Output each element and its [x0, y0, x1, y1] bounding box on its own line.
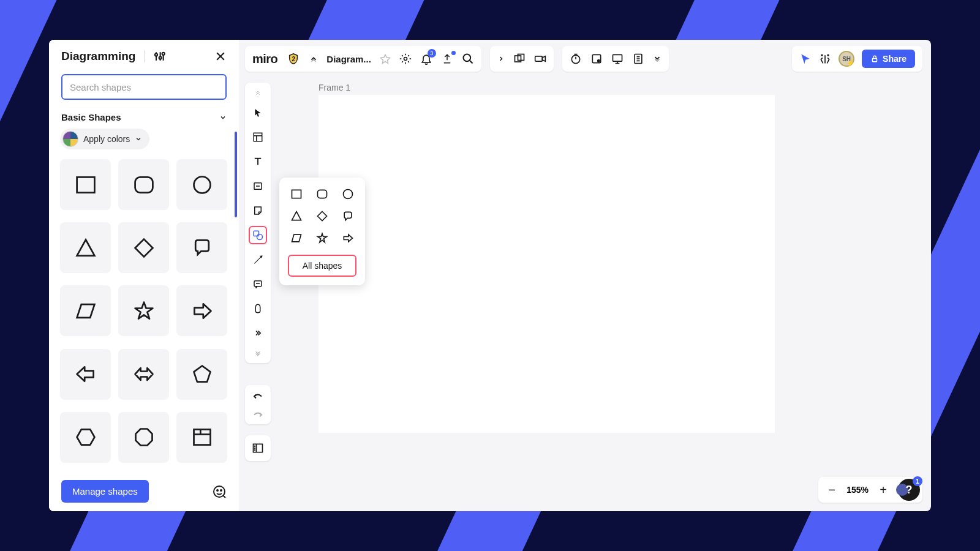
- chevron-down-icon[interactable]: [309, 54, 318, 63]
- svg-line-30: [469, 61, 472, 64]
- pop-shape-circle[interactable]: [341, 187, 355, 201]
- canvas-frame[interactable]: [318, 95, 775, 433]
- svg-point-10: [194, 176, 210, 193]
- top-toolbar: miro 2 Diagram...: [245, 46, 669, 72]
- shape-rounded-rectangle[interactable]: [118, 159, 169, 210]
- shape-pentagon[interactable]: [176, 349, 227, 400]
- search-input[interactable]: [61, 74, 227, 100]
- avatar[interactable]: SH ⚡: [839, 51, 854, 67]
- cursor-pointer-icon[interactable]: [799, 53, 812, 65]
- shape-circle[interactable]: [176, 159, 227, 210]
- svg-point-29: [463, 54, 470, 62]
- shape-arrow-left[interactable]: [60, 349, 111, 400]
- svg-marker-14: [135, 302, 153, 318]
- shape-speech-bubble[interactable]: [176, 222, 227, 273]
- undo-redo-toolbar: [245, 385, 271, 424]
- color-wheel-icon: [62, 131, 78, 147]
- svg-marker-69: [292, 212, 301, 220]
- close-icon[interactable]: [214, 50, 227, 62]
- scrollbar[interactable]: [235, 132, 237, 217]
- apply-colors-chip[interactable]: Apply colors: [60, 129, 149, 149]
- shapes-tool[interactable]: [249, 226, 267, 244]
- search-icon[interactable]: [462, 53, 474, 65]
- svg-marker-72: [318, 234, 327, 242]
- pop-shape-diamond[interactable]: [315, 209, 329, 223]
- svg-marker-70: [318, 212, 327, 221]
- pop-shape-speech-bubble[interactable]: [341, 209, 355, 223]
- frames-icon[interactable]: [513, 53, 526, 65]
- sticky-note-tool[interactable]: [249, 177, 267, 195]
- svg-marker-15: [194, 304, 211, 318]
- shape-parallelogram[interactable]: [60, 285, 111, 336]
- undo-icon[interactable]: [252, 391, 263, 400]
- shape-double-arrow[interactable]: [118, 349, 169, 400]
- shape-rectangle[interactable]: [60, 159, 111, 210]
- board-name[interactable]: Diagram...: [326, 54, 371, 64]
- shield-level-icon[interactable]: 2: [286, 51, 301, 66]
- pop-shape-star[interactable]: [315, 231, 329, 245]
- svg-point-39: [598, 60, 600, 62]
- miro-logo[interactable]: miro: [252, 52, 277, 66]
- shape-diamond[interactable]: [118, 222, 169, 273]
- manage-shapes-button[interactable]: Manage shapes: [61, 480, 149, 503]
- connector-tool[interactable]: [249, 250, 267, 269]
- pen-tool[interactable]: [249, 299, 267, 318]
- pop-shape-rectangle[interactable]: [290, 187, 303, 201]
- comment-tool[interactable]: [249, 275, 267, 293]
- chevron-down-icon: [219, 114, 227, 121]
- pop-shape-triangle[interactable]: [290, 209, 303, 223]
- section-label: Basic Shapes: [61, 112, 121, 122]
- svg-rect-49: [873, 58, 877, 61]
- present-icon[interactable]: [611, 53, 624, 65]
- shape-star[interactable]: [118, 285, 169, 336]
- collapse-icon[interactable]: [249, 88, 267, 97]
- toolbar-tools-group: [562, 46, 669, 72]
- redo-icon[interactable]: [252, 410, 263, 418]
- svg-marker-20: [135, 429, 152, 446]
- star-icon[interactable]: [380, 53, 391, 64]
- minimap-button[interactable]: [245, 435, 271, 461]
- voting-icon[interactable]: [590, 53, 603, 65]
- chevron-right-icon[interactable]: [497, 54, 505, 63]
- note-tool[interactable]: [249, 201, 267, 220]
- vertical-toolbar: [245, 83, 271, 363]
- gear-icon[interactable]: [399, 53, 412, 65]
- settings-sliders-icon[interactable]: [153, 50, 165, 62]
- svg-rect-67: [318, 190, 327, 198]
- more-tools-icon[interactable]: [249, 324, 267, 342]
- toolbar-right-group: SH ⚡ Share: [792, 46, 922, 72]
- share-button[interactable]: Share: [862, 50, 915, 68]
- feedback-smile-icon[interactable]: [212, 484, 227, 499]
- zoom-in-button[interactable]: +: [872, 479, 894, 501]
- shape-octagon[interactable]: [118, 412, 169, 463]
- text-tool[interactable]: [249, 152, 267, 171]
- reactions-icon[interactable]: [819, 53, 831, 65]
- svg-marker-18: [194, 366, 210, 382]
- all-shapes-button[interactable]: All shapes: [288, 255, 356, 277]
- notes-icon[interactable]: [632, 53, 644, 65]
- shape-container[interactable]: [176, 412, 227, 463]
- shape-triangle[interactable]: [60, 222, 111, 273]
- timer-icon[interactable]: [570, 53, 582, 65]
- pop-shape-parallelogram[interactable]: [290, 231, 303, 245]
- shape-arrow-right[interactable]: [176, 285, 227, 336]
- app-window: Frame 1 Diagramming Basic Shapes: [49, 40, 931, 511]
- svg-point-48: [827, 54, 829, 56]
- notifications-icon[interactable]: [420, 53, 432, 65]
- zoom-out-button[interactable]: −: [821, 479, 843, 501]
- svg-marker-12: [135, 239, 153, 257]
- video-camera-icon[interactable]: [534, 53, 546, 65]
- pop-shape-rounded-rectangle[interactable]: [315, 187, 329, 201]
- select-tool[interactable]: [249, 103, 267, 122]
- zoom-controls: − 155% + ? 1: [818, 477, 922, 503]
- expand-down-icon[interactable]: [249, 348, 267, 358]
- shape-hexagon[interactable]: [60, 412, 111, 463]
- svg-point-65: [255, 450, 255, 451]
- help-button[interactable]: ? 1: [898, 479, 920, 501]
- pop-shape-arrow-right[interactable]: [341, 231, 355, 245]
- chevron-down-icon[interactable]: [653, 54, 662, 63]
- templates-tool[interactable]: [249, 128, 267, 146]
- zoom-value[interactable]: 155%: [843, 485, 872, 495]
- basic-shapes-header[interactable]: Basic Shapes: [49, 105, 239, 126]
- export-icon[interactable]: [441, 53, 453, 65]
